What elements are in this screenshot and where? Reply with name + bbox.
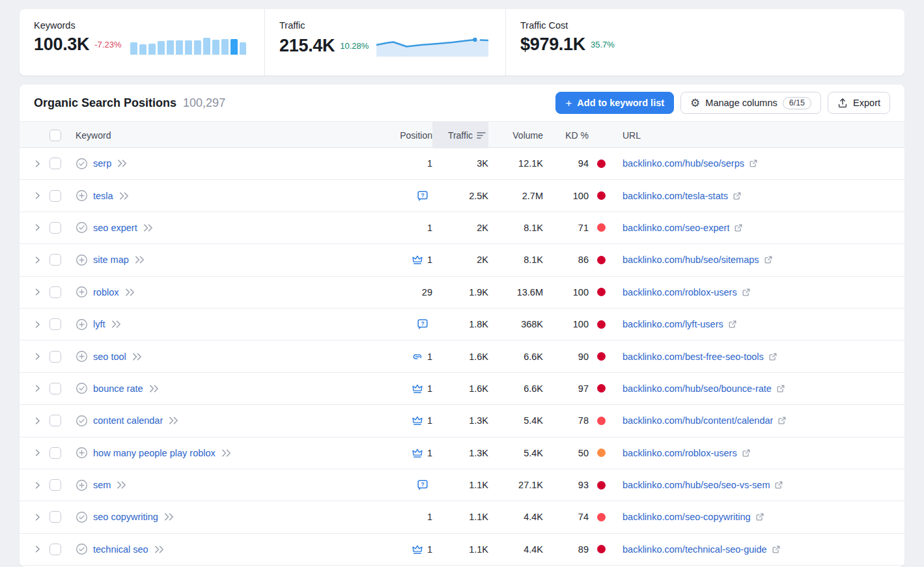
- keyword-link[interactable]: seo expert: [93, 223, 137, 233]
- expand-row-button[interactable]: [33, 352, 49, 361]
- row-checkbox[interactable]: [49, 222, 61, 234]
- double-chevron-icon[interactable]: [111, 320, 122, 329]
- traffic-value: 1.6K: [432, 352, 488, 362]
- row-checkbox[interactable]: [49, 447, 61, 459]
- row-checkbox[interactable]: [49, 351, 61, 363]
- expand-row-button[interactable]: [33, 416, 49, 426]
- double-chevron-icon[interactable]: [168, 416, 179, 425]
- expand-row-button[interactable]: [33, 448, 49, 458]
- volume-value: 27.1K: [488, 480, 543, 490]
- url-link[interactable]: backlinko.com/tesla-stats: [623, 191, 728, 201]
- url-link[interactable]: backlinko.com/seo-expert: [623, 223, 729, 233]
- row-checkbox[interactable]: [49, 318, 61, 330]
- row-checkbox[interactable]: [49, 511, 61, 523]
- column-header-kd[interactable]: KD %: [543, 122, 589, 148]
- manage-columns-button[interactable]: ⚙ Manage columns 6/15: [680, 92, 821, 114]
- row-checkbox[interactable]: [49, 254, 61, 266]
- url-link[interactable]: backlinko.com/roblox-users: [623, 287, 737, 297]
- row-checkbox[interactable]: [49, 158, 61, 169]
- url-link[interactable]: backlinko.com/hub/seo/bounce-rate: [623, 383, 772, 394]
- expand-row-button[interactable]: [33, 480, 49, 490]
- expand-row-button[interactable]: [33, 159, 49, 169]
- double-chevron-icon[interactable]: [134, 255, 145, 264]
- keyword-add-plus-icon[interactable]: [76, 350, 88, 363]
- keyword-link[interactable]: serp: [93, 158, 111, 169]
- keyword-link[interactable]: lyft: [93, 319, 105, 329]
- external-link-icon[interactable]: [777, 416, 787, 425]
- kd-value: 100: [543, 287, 589, 297]
- keyword-link[interactable]: bounce rate: [93, 383, 143, 394]
- external-link-icon[interactable]: [772, 545, 781, 554]
- expand-row-button[interactable]: [33, 512, 49, 522]
- expand-row-button[interactable]: [33, 191, 49, 201]
- select-all-checkbox[interactable]: [49, 130, 61, 141]
- row-checkbox[interactable]: [49, 190, 61, 202]
- expand-row-button[interactable]: [33, 223, 49, 232]
- position-cell: ? 1: [375, 158, 432, 169]
- row-checkbox[interactable]: [49, 479, 61, 491]
- keyword-add-plus-icon[interactable]: [76, 254, 88, 266]
- keyword-link[interactable]: technical seo: [93, 544, 148, 555]
- position-cell: ? 1: [375, 447, 432, 459]
- external-link-icon[interactable]: [764, 255, 773, 264]
- keyword-add-plus-icon[interactable]: [76, 479, 88, 491]
- column-header-position[interactable]: Position: [375, 122, 432, 148]
- keyword-link[interactable]: seo copywriting: [93, 512, 158, 522]
- keyword-link[interactable]: sem: [93, 480, 111, 490]
- external-link-icon[interactable]: [733, 191, 742, 201]
- url-link[interactable]: backlinko.com/seo-copywriting: [623, 512, 751, 522]
- external-link-icon[interactable]: [734, 223, 743, 232]
- url-link[interactable]: backlinko.com/hub/content/calendar: [623, 415, 773, 426]
- column-header-volume[interactable]: Volume: [488, 122, 543, 148]
- url-link[interactable]: backlinko.com/technical-seo-guide: [623, 544, 767, 555]
- double-chevron-icon[interactable]: [221, 449, 232, 458]
- keyword-add-plus-icon[interactable]: [76, 189, 88, 202]
- expand-row-button[interactable]: [33, 320, 49, 329]
- double-chevron-icon[interactable]: [119, 191, 130, 201]
- external-link-icon[interactable]: [776, 384, 785, 393]
- double-chevron-icon[interactable]: [154, 545, 165, 554]
- row-checkbox[interactable]: [49, 286, 61, 298]
- column-header-traffic[interactable]: Traffic: [432, 122, 488, 148]
- double-chevron-icon[interactable]: [143, 223, 154, 232]
- double-chevron-icon[interactable]: [124, 288, 135, 297]
- external-link-icon[interactable]: [755, 512, 764, 521]
- external-link-icon[interactable]: [728, 320, 737, 329]
- external-link-icon[interactable]: [768, 352, 777, 361]
- expand-row-button[interactable]: [33, 287, 49, 297]
- double-chevron-icon[interactable]: [116, 480, 127, 490]
- keyword-link[interactable]: content calendar: [93, 415, 163, 426]
- keyword-link[interactable]: how many people play roblox: [93, 448, 216, 458]
- keyword-add-plus-icon[interactable]: [76, 447, 88, 459]
- row-checkbox[interactable]: [49, 415, 61, 426]
- url-link[interactable]: backlinko.com/hub/seo/serps: [623, 158, 744, 169]
- expand-row-button[interactable]: [33, 383, 49, 393]
- url-link[interactable]: backlinko.com/hub/seo/seo-vs-sem: [623, 480, 770, 490]
- export-button[interactable]: Export: [828, 92, 890, 114]
- keyword-add-plus-icon[interactable]: [76, 286, 88, 298]
- table-row: sem ? 1.1K 27.1K 93 backlinko.com/hub/se…: [20, 469, 904, 501]
- expand-row-button[interactable]: [33, 544, 49, 554]
- url-link[interactable]: backlinko.com/hub/seo/sitemaps: [623, 255, 759, 265]
- row-checkbox[interactable]: [49, 544, 61, 555]
- double-chevron-icon[interactable]: [132, 352, 143, 361]
- keyword-link[interactable]: tesla: [93, 191, 113, 201]
- double-chevron-icon[interactable]: [148, 384, 160, 393]
- expand-row-button[interactable]: [33, 255, 49, 265]
- row-checkbox[interactable]: [49, 383, 61, 394]
- double-chevron-icon[interactable]: [117, 159, 128, 168]
- external-link-icon[interactable]: [742, 449, 751, 458]
- external-link-icon[interactable]: [742, 288, 751, 297]
- url-link[interactable]: backlinko.com/lyft-users: [623, 319, 723, 329]
- keyword-link[interactable]: seo tool: [93, 352, 126, 362]
- keyword-link[interactable]: site map: [93, 255, 129, 265]
- external-link-icon[interactable]: [749, 159, 758, 168]
- double-chevron-icon[interactable]: [163, 512, 175, 521]
- add-to-keyword-list-button[interactable]: + Add to keyword list: [555, 92, 674, 114]
- url-link[interactable]: backlinko.com/best-free-seo-tools: [623, 352, 764, 362]
- keyword-link[interactable]: roblox: [93, 287, 119, 297]
- external-link-icon[interactable]: [774, 480, 783, 490]
- kd-value: 100: [543, 319, 589, 329]
- keyword-add-plus-icon[interactable]: [76, 318, 88, 331]
- url-link[interactable]: backlinko.com/roblox-users: [623, 448, 737, 458]
